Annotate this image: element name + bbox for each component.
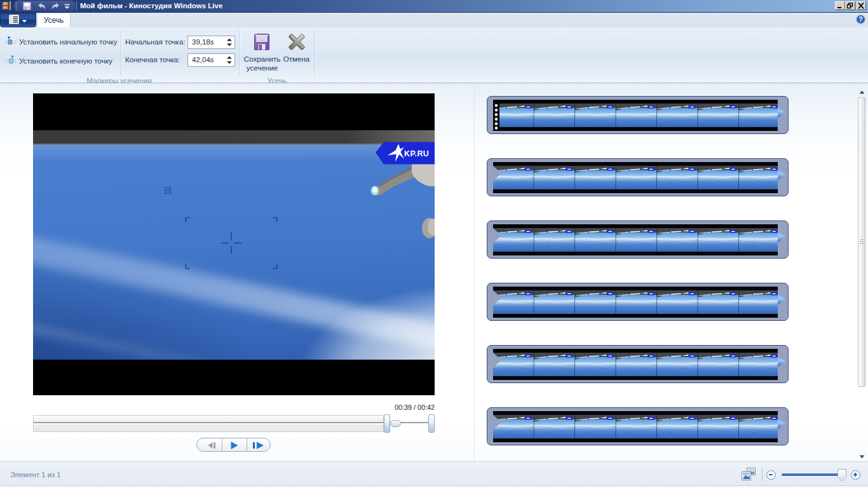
svg-text:KP.RU: KP.RU (404, 149, 429, 158)
svg-text:?: ? (858, 15, 862, 23)
